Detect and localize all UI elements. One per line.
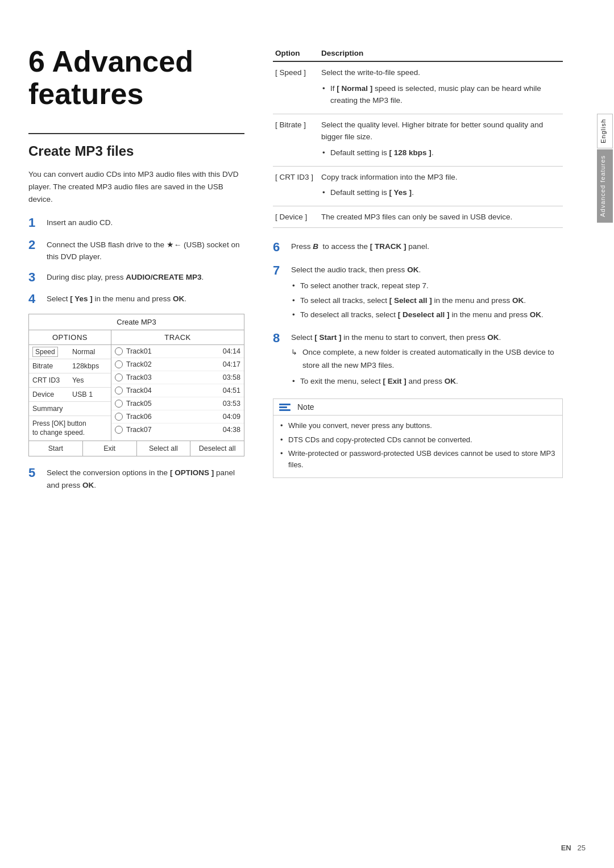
- track-row-7: Track07 04:38: [111, 423, 244, 436]
- step-7: 7 Select the audio track, then press OK.…: [273, 263, 563, 323]
- step-3: 3 During disc play, press AUDIO/CREATE M…: [28, 270, 244, 285]
- track-radio-2: [115, 360, 123, 368]
- note-line-1: [279, 404, 291, 405]
- step-8: 8 Select [ Start ] in the menu to start …: [273, 330, 563, 389]
- right-column: Option Description [ Speed ] Select the …: [262, 23, 591, 845]
- step-5-text: Select the conversion options in the [ O…: [47, 466, 244, 491]
- track-name-5: Track05: [126, 400, 218, 408]
- section-title: Create MP3 files: [28, 143, 244, 159]
- track-name-7: Track07: [126, 426, 218, 434]
- create-mp3-footer: Start Exit Select all Deselect all: [29, 441, 244, 456]
- create-mp3-inner: OPTIONS Speed Normal Bitrate 128kbps CRT…: [29, 330, 244, 441]
- track-time-2: 04:17: [218, 360, 240, 368]
- track-row-3: Track03 03:58: [111, 371, 244, 384]
- note-item-3: Write-protected or password-protected US…: [280, 448, 555, 470]
- opt-value-crtid3: Yes: [70, 373, 111, 387]
- track-row-2: Track02 04:17: [111, 358, 244, 371]
- track-radio-4: [115, 387, 123, 394]
- opt-label-bitrate: Bitrate: [29, 359, 70, 373]
- start-button[interactable]: Start: [29, 441, 83, 456]
- step-8-number: 8: [273, 330, 291, 347]
- step-6: 6 Press B to access the [ TRACK ] panel.: [273, 239, 563, 256]
- step-8-arrow: Once complete, a new folder is created a…: [291, 346, 563, 372]
- track-name-2: Track02: [126, 360, 218, 368]
- left-column: 6 Advancedfeatures Create MP3 files You …: [0, 23, 262, 845]
- step-2-number: 2: [28, 238, 47, 252]
- select-all-button[interactable]: Select all: [137, 441, 191, 456]
- opt-value-speed: Normal: [70, 345, 111, 359]
- track-name-4: Track04: [126, 387, 218, 394]
- opt-label-speed: Speed: [29, 345, 70, 359]
- opt-row-speed: Speed Normal: [29, 345, 111, 359]
- track-radio-7: [115, 426, 123, 434]
- step-7-bullet-2: To select all tracks, select [ Select al…: [291, 294, 544, 307]
- speed-bullets: If [ Normal ] speed is selected, music p…: [321, 82, 557, 107]
- opt-label-device: Device: [29, 388, 70, 401]
- bitrate-bullets: Default setting is [ 128 kbps ].: [321, 147, 557, 159]
- bitrate-bullet-1: Default setting is [ 128 kbps ].: [321, 147, 557, 159]
- deselect-all-button[interactable]: Deselect all: [190, 441, 244, 456]
- note-item-2: DTS CDs and copy-protected CDs cannot be…: [280, 434, 555, 446]
- table-cell-speed-option: [ Speed ]: [273, 61, 319, 114]
- crtid3-bullets: Default setting is [ Yes ].: [321, 186, 557, 199]
- track-radio-3: [115, 373, 123, 381]
- track-row-1: Track01 04:14: [111, 345, 244, 358]
- track-radio-5: [115, 400, 123, 408]
- speed-box: Speed: [32, 347, 58, 357]
- page-number: EN 25: [561, 844, 586, 852]
- step-7-bullet-1: To select another track, repeat step 7.: [291, 280, 544, 292]
- section-divider: [28, 133, 244, 134]
- step-2-text: Connect the USB flash drive to the ★← (U…: [47, 238, 244, 263]
- chapter-heading: 6 Advancedfeatures: [28, 45, 244, 110]
- opt-row-crtid3: CRT ID3 Yes: [29, 373, 111, 388]
- step-5: 5 Select the conversion options in the […: [28, 466, 244, 491]
- track-name-1: Track01: [126, 347, 218, 355]
- track-col-header: TRACK: [111, 330, 244, 345]
- note-item-1: While you convert, never press any butto…: [280, 420, 555, 431]
- step-4: 4 Select [ Yes ] in the menu and press O…: [28, 292, 244, 306]
- step-4-text: Select [ Yes ] in the menu and press OK.: [47, 292, 186, 305]
- table-cell-speed-desc: Select the write-to-file speed. If [ Nor…: [319, 61, 563, 114]
- note-title: Note: [297, 402, 314, 412]
- track-time-4: 04:51: [218, 387, 240, 394]
- side-tab-english: English: [597, 114, 613, 148]
- options-table: Option Description [ Speed ] Select the …: [273, 45, 563, 228]
- step-6-text: Press B to access the [ TRACK ] panel.: [291, 239, 429, 253]
- table-row-crtid3: [ CRT ID3 ] Copy track information into …: [273, 166, 563, 206]
- step-7-number: 7: [273, 263, 291, 279]
- note-list: While you convert, never press any butto…: [273, 416, 562, 477]
- step-3-number: 3: [28, 270, 47, 285]
- track-time-3: 03:58: [218, 373, 240, 381]
- step-6-number: 6: [273, 239, 291, 256]
- step-1-number: 1: [28, 215, 47, 230]
- opt-row-summary: Summary: [29, 402, 111, 416]
- track-time-6: 04:09: [218, 413, 240, 421]
- intro-text: You can convert audio CDs into MP3 audio…: [28, 168, 244, 205]
- step-1: 1 Insert an audio CD.: [28, 215, 244, 230]
- note-line-3: [279, 409, 291, 411]
- options-note: Press [OK] buttonto change speed.: [29, 416, 111, 441]
- create-mp3-table: Create MP3 OPTIONS Speed Normal Bitrate …: [28, 314, 244, 457]
- step-1-text: Insert an audio CD.: [47, 215, 113, 229]
- table-cell-crtid3-option: [ CRT ID3 ]: [273, 166, 319, 206]
- side-tab-advanced: Advanced features: [597, 149, 613, 223]
- opt-label-crtid3: CRT ID3: [29, 373, 70, 387]
- step-5-number: 5: [28, 466, 47, 480]
- table-cell-bitrate-desc: Select the quality level. Higher bitrate…: [319, 114, 563, 166]
- table-cell-device-option: [ Device ]: [273, 206, 319, 228]
- chapter-number: 6: [28, 45, 45, 78]
- speed-bullet-1: If [ Normal ] speed is selected, music p…: [321, 82, 557, 107]
- en-label: EN: [561, 844, 571, 852]
- table-cell-bitrate-option: [ Bitrate ]: [273, 114, 319, 166]
- table-row-bitrate: [ Bitrate ] Select the quality level. Hi…: [273, 114, 563, 166]
- track-row-4: Track04 04:51: [111, 384, 244, 397]
- step-8-bullet-1: To exit the menu, select [ Exit ] and pr…: [291, 375, 563, 388]
- opt-value-bitrate: 128kbps: [70, 359, 111, 373]
- opt-value-summary: [70, 402, 111, 416]
- options-table-header-desc: Description: [319, 45, 563, 61]
- exit-button[interactable]: Exit: [83, 441, 137, 456]
- opt-value-device: USB 1: [70, 388, 111, 401]
- track-radio-1: [115, 347, 123, 355]
- options-rows: Speed Normal Bitrate 128kbps CRT ID3 Yes: [29, 345, 111, 416]
- step-7-bullets: To select another track, repeat step 7. …: [291, 280, 544, 321]
